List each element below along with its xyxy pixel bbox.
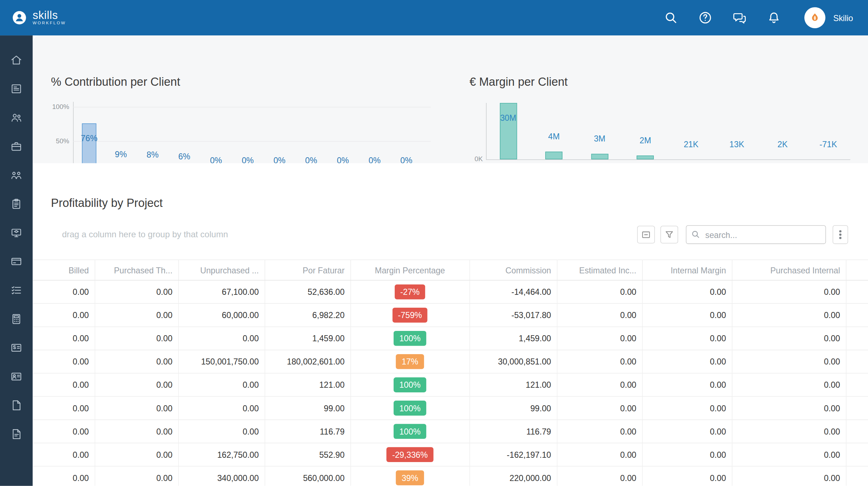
search-icon[interactable]: [664, 10, 678, 25]
row-filler: [846, 373, 868, 396]
table-row[interactable]: 0.000.000.001,459.00100%1,459.000.000.00…: [33, 327, 868, 350]
column-header-billed[interactable]: Billed: [33, 260, 94, 280]
group-by-drop-zone[interactable]: drag a column here to group by that colu…: [62, 230, 228, 240]
topbar-actions: Skilio: [664, 7, 853, 28]
cell-internal-margin: 0.00: [642, 327, 732, 350]
help-icon[interactable]: [698, 10, 712, 25]
table-row[interactable]: 0.000.00340,000.00560,000.0039%220,000.0…: [33, 466, 868, 486]
sidebar-item-users[interactable]: [0, 103, 33, 132]
table-row[interactable]: 0.000.000.00121.00100%121.000.000.000.00: [33, 373, 868, 396]
cell-billed: 0.00: [33, 420, 94, 443]
cell-por-faturar: 52,636.00: [265, 280, 350, 303]
cell-internal-margin: 0.00: [642, 466, 732, 486]
sidebar-item-checklist[interactable]: [0, 276, 33, 304]
more-options-button[interactable]: [833, 225, 848, 244]
sidebar-item-contact-card[interactable]: [0, 362, 33, 391]
table-row[interactable]: 0.000.0067,100.0052,636.00-27%-14,464.00…: [33, 280, 868, 303]
cell-margin-percentage: 17%: [350, 350, 469, 373]
bar-label: 2M: [626, 136, 665, 145]
top-bar: skills WORKFLOW: [0, 0, 868, 35]
cell-purchased-internal: 0.00: [732, 373, 846, 396]
cell-unpurchased: 162,750.00: [178, 443, 265, 466]
cell-commission: 116.79: [469, 420, 557, 443]
sidebar-item-team[interactable]: [0, 160, 33, 189]
search-box: [686, 225, 826, 244]
cell-internal-margin: 0.00: [642, 443, 732, 466]
cell-purchased-internal: 0.00: [732, 280, 846, 303]
calculator-icon: [10, 312, 23, 325]
table-row[interactable]: 0.000.000.00116.79100%116.790.000.000.00: [33, 420, 868, 443]
cell-purchased-internal: 0.00: [732, 443, 846, 466]
avatar[interactable]: [804, 7, 825, 28]
column-header-margin[interactable]: Margin Percentage: [350, 260, 469, 280]
sidebar-item-elearning[interactable]: [0, 218, 33, 247]
cell-billed: 0.00: [33, 397, 94, 420]
cell-estimated-inc: 0.00: [557, 350, 642, 373]
cell-por-faturar: 116.79: [265, 420, 350, 443]
sidebar-item-card[interactable]: [0, 247, 33, 276]
user-name[interactable]: Skilio: [833, 13, 853, 22]
column-header-por-faturar[interactable]: Por Faturar: [265, 260, 350, 280]
cell-por-faturar: 121.00: [265, 373, 350, 396]
cell-purchased-internal: 0.00: [732, 350, 846, 373]
notifications-icon[interactable]: [767, 10, 781, 25]
row-filler: [846, 327, 868, 350]
sidebar-item-document[interactable]: [0, 391, 33, 420]
sidebar-item-journal[interactable]: [0, 74, 33, 103]
cell-internal-margin: 0.00: [642, 397, 732, 420]
search-input[interactable]: [686, 225, 826, 244]
contact-card-icon: [10, 370, 23, 383]
filter-button[interactable]: [660, 226, 678, 244]
cell-purchased-th: 0.00: [95, 443, 178, 466]
sidebar-item-clipboard[interactable]: [0, 189, 33, 218]
column-header-internal-margin[interactable]: Internal Margin: [642, 260, 732, 280]
cell-unpurchased: 0.00: [178, 373, 265, 396]
table-row[interactable]: 0.000.000.0099.00100%99.000.000.000.00: [33, 397, 868, 420]
cell-billed: 0.00: [33, 280, 94, 303]
cell-margin-percentage: 100%: [350, 373, 469, 396]
brand-logo-icon: [11, 9, 28, 26]
sidebar-item-briefcase[interactable]: [0, 132, 33, 161]
bar: [545, 152, 562, 159]
sidebar-item-calculator[interactable]: [0, 304, 33, 333]
brand: skills WORKFLOW: [11, 9, 66, 26]
column-header-estimated-inc[interactable]: Estimated Inc...: [557, 260, 642, 280]
cell-internal-margin: 0.00: [642, 350, 732, 373]
bar-label: -71K: [809, 139, 848, 149]
table-row[interactable]: 0.000.0060,000.006,982.20-759%-53,017.80…: [33, 303, 868, 327]
row-filler: [846, 466, 868, 486]
sidebar-item-contract[interactable]: [0, 420, 33, 448]
cell-estimated-inc: 0.00: [557, 443, 642, 466]
document-icon: [10, 399, 23, 412]
column-header-unpurchased[interactable]: Unpurchased ...: [178, 260, 265, 280]
contract-icon: [10, 427, 23, 440]
cell-billed: 0.00: [33, 466, 94, 486]
search-input-icon: [691, 230, 700, 239]
cell-por-faturar: 99.00: [265, 397, 350, 420]
row-filler: [846, 303, 868, 327]
cell-estimated-inc: 0.00: [557, 397, 642, 420]
column-chooser-button[interactable]: [637, 226, 655, 244]
bar: [637, 155, 654, 159]
table-row[interactable]: 0.000.00150,001,750.00180,002,601.0017%3…: [33, 350, 868, 373]
cell-por-faturar: 180,002,601.00: [265, 350, 350, 373]
cell-internal-margin: 0.00: [642, 420, 732, 443]
charts-area: % Contribution per Client € Margin per C…: [33, 35, 868, 163]
cell-por-faturar: 1,459.00: [265, 327, 350, 350]
home-icon: [10, 53, 23, 66]
sidebar-item-home[interactable]: [0, 45, 33, 74]
cell-commission: 121.00: [469, 373, 557, 396]
cell-unpurchased: 0.00: [178, 420, 265, 443]
table-row[interactable]: 0.000.00162,750.00552.90-29,336%-162,197…: [33, 443, 868, 466]
column-header-commission[interactable]: Commission: [469, 260, 557, 280]
cell-unpurchased: 0.00: [178, 327, 265, 350]
bar-label: 2K: [763, 139, 802, 149]
messages-icon[interactable]: [733, 10, 747, 25]
column-header-purchased-th[interactable]: Purchased Th...: [95, 260, 178, 280]
card-icon: [10, 255, 23, 268]
column-header-purchased-internal[interactable]: Purchased Internal: [732, 260, 846, 280]
cell-billed: 0.00: [33, 327, 94, 350]
sidebar-item-invoice[interactable]: [0, 333, 33, 362]
cell-unpurchased: 150,001,750.00: [178, 350, 265, 373]
cell-billed: 0.00: [33, 443, 94, 466]
